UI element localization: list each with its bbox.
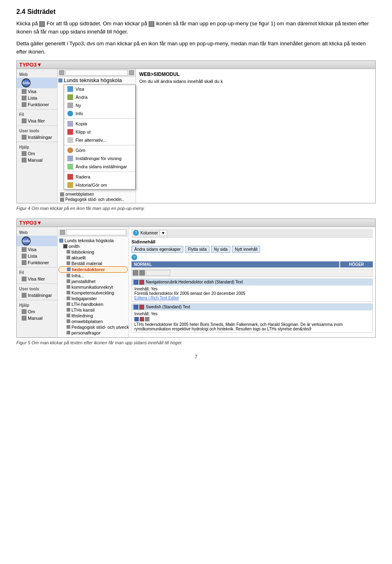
sidebar-item-sida-2[interactable]: Sida	[17, 236, 57, 246]
sidebar-item-visafiler-1[interactable]: Visa filer	[17, 118, 57, 124]
menu-item-historia[interactable]: Historia/Gör om	[64, 181, 135, 189]
menu-item-visa[interactable]: Visa	[64, 85, 135, 93]
menu-item-klippup[interactable]: Klipp ut	[64, 128, 135, 136]
divider-6	[17, 300, 57, 300]
menu-item-ny[interactable]: Ny	[64, 101, 135, 109]
tree-item-kompetensutveckling[interactable]: Kompetensutveckling	[58, 290, 128, 296]
sidebar-section-web-2: Web	[17, 229, 57, 236]
flag-icon-1	[134, 280, 138, 285]
typo3-logo-2: TYPO3▼	[19, 220, 42, 226]
tree-panel-2: Lunds tekniska högskola omlth tidsboknin…	[58, 227, 129, 337]
edit-icons-row-2	[134, 317, 370, 321]
menu-item-radera[interactable]: Radera	[64, 173, 135, 181]
menu-item-fler[interactable]: Fler alternativ...	[64, 136, 135, 144]
sidebar-item-funktioner-2[interactable]: Funktioner	[17, 259, 57, 266]
tree-item-jamstalldhet[interactable]: jamstalldhet	[58, 279, 128, 284]
sidebar-section-usertools-1: User tools	[17, 127, 57, 134]
type-icon-2	[139, 305, 144, 310]
tree-label-kommunikation: kommunikationrekryt	[71, 285, 113, 290]
sidinnehall-title: Sidinnehåll	[131, 239, 373, 244]
sidebar-item-lista-2[interactable]: Lista	[17, 253, 57, 259]
search-box-2[interactable]	[66, 230, 126, 235]
normal-section-header: NORMAL	[131, 261, 339, 268]
sidebar-lista-label-2: Lista	[28, 254, 37, 259]
sidebar-om-label-2: Om	[28, 309, 35, 314]
tree-root-icon-2	[59, 239, 63, 243]
popup-container-1: Visa Ändra Ny Info	[62, 84, 136, 189]
tree-item-aktuellt[interactable]: aktuellt	[58, 255, 128, 261]
question-badge-2: ?	[131, 254, 137, 260]
sidebar-item-lista-1[interactable]: Lista	[17, 95, 57, 101]
installningar-icon-1	[22, 135, 27, 140]
tree-label-tidsbokning: tidsbokning	[71, 250, 94, 254]
tree-item-infra[interactable]: Infra...	[58, 273, 128, 279]
tree-item-pedagogisk[interactable]: Pedagogisk stöd- och utvecklin..	[58, 324, 128, 330]
search-box-1[interactable]	[65, 70, 128, 76]
menu-item-andrasida[interactable]: Ändra sidans inställningar	[64, 163, 135, 171]
flytta-sida-btn[interactable]: Flytta sida	[185, 246, 209, 253]
tree-item-pedagogisk-1[interactable]: Pedagogisk stöd- och utvecklin..	[59, 197, 134, 202]
sidebar-item-installningar-2[interactable]: Inställningar	[17, 292, 57, 299]
menu-item-installvisning[interactable]: Inställningar för visning	[64, 154, 135, 163]
tree-item-lthskansli[interactable]: LTHs kansli	[58, 307, 128, 313]
tree-item-hedersdoktorer[interactable]: hedersdoktorer	[58, 266, 128, 273]
tree-root-1[interactable]: Lunds tekniska högskola	[58, 77, 136, 84]
tree-label-lthhandboken: LTH-handboken	[71, 302, 103, 307]
page-icon-2	[60, 198, 64, 202]
menu-item-gom[interactable]: Göm	[64, 146, 135, 154]
sidebar-item-funktioner-1[interactable]: Funktioner	[17, 101, 57, 108]
menu-item-andra[interactable]: Ändra	[64, 93, 135, 101]
tree-item-omwebbplatsen[interactable]: omwebbplatsen	[58, 319, 128, 324]
sidebar-item-om-2[interactable]: Om	[17, 308, 57, 315]
tree-item-bestall[interactable]: Beställ material	[58, 261, 128, 266]
sidebar-item-om-1[interactable]: Om	[17, 150, 57, 157]
type-icon-1	[139, 280, 144, 285]
tree-item-omwebbplatsen-1[interactable]: omwebbplatsen	[59, 192, 134, 197]
sidebar-item-visafiler-2[interactable]: Visa filer	[17, 276, 57, 282]
tree-label-infra: Infra...	[71, 273, 84, 278]
page-icon-lthskansli	[67, 308, 70, 312]
menu-label-installvisning: Inställningar för visning	[76, 156, 122, 161]
divider-4	[17, 267, 57, 268]
tree-item-lthhandboken[interactable]: LTH-handboken	[58, 301, 128, 307]
sidebar-item-installningar-1[interactable]: Inställningar	[17, 134, 57, 140]
tree-item-omlth[interactable]: omlth	[58, 243, 128, 249]
sidebar-section-hjalp-1: Hjälp	[17, 143, 57, 150]
visa-icon-2	[22, 247, 27, 252]
ny-sida-btn[interactable]: Ny sida	[211, 246, 230, 253]
menu-item-info[interactable]: Info	[64, 109, 135, 118]
tree-item-ledigajanster[interactable]: ledigajanster	[58, 296, 128, 301]
tree-item-personalfragor[interactable]: personalfragor	[58, 330, 128, 336]
nytt-innehall-btn[interactable]: Nytt innehåll	[232, 246, 260, 253]
history-icon	[67, 182, 73, 188]
delete-icon	[67, 174, 73, 180]
tree-root-label-1: Lunds tekniska högskola	[64, 77, 122, 83]
sidebar-item-manual-2[interactable]: Manual	[17, 315, 57, 321]
tree-label-hedersdoktorer: hedersdoktorer	[72, 267, 105, 272]
kolumner-dropdown[interactable]: ▼	[160, 230, 167, 236]
tree-item-tidsbokning[interactable]: tidsbokning	[58, 249, 128, 255]
tree-label-pedagogisk: Pedagogisk stöd- och utvecklin..	[71, 325, 129, 330]
visafiler-icon-2	[22, 276, 27, 281]
sidebar-item-visa-2[interactable]: Visa	[17, 246, 57, 253]
menu-sep-3	[64, 172, 135, 172]
page-icon-jamstalldhet	[67, 279, 70, 283]
sections-header-row: NORMAL HÖGER	[131, 261, 373, 268]
tree-label-lthskansli: LTHs kansli	[71, 308, 95, 312]
rte-link-1[interactable]: Editera i Rich Text Editor	[134, 296, 370, 300]
sidebar-item-sida-1[interactable]: Sida	[17, 78, 57, 88]
andra-sidans-egenskaper-btn[interactable]: Ändra sidans egenskaper	[131, 246, 183, 253]
menu-item-kopia[interactable]: Kopia	[64, 120, 135, 128]
installningar-icon-2	[22, 293, 27, 298]
content-block-1: Navigationsrubrik:Hedersdoktor edish (St…	[131, 279, 373, 302]
sidebar-item-visa-1[interactable]: Visa	[17, 88, 57, 95]
tree-label-lthsledning: lthsledning	[71, 313, 93, 318]
sidebar-lista-label-1: Lista	[28, 96, 37, 100]
sidebar-visafiler-label-1: Visa filer	[28, 118, 45, 123]
popup-menu-1: Visa Ändra Ny Info	[64, 85, 136, 189]
tree-item-kommunikation[interactable]: kommunikationrekryt	[58, 284, 128, 290]
sidebar-item-manual-1[interactable]: Manual	[17, 157, 57, 163]
tree-item-lthsledning[interactable]: lthsledning	[58, 313, 128, 319]
tree-root-2[interactable]: Lunds tekniska högskola	[58, 238, 128, 243]
manual-icon-2	[22, 316, 27, 321]
